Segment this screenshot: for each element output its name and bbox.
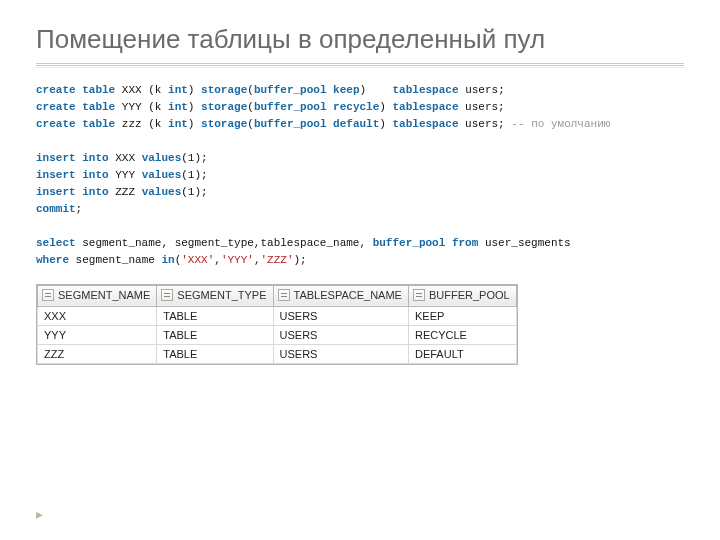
column-header: SEGMENT_TYPE [157,285,273,306]
slide-arrow-icon: ▸ [36,506,43,522]
code-token: (1); [181,152,207,164]
column-header-label: BUFFER_POOL [429,289,510,301]
code-token: select [36,237,76,249]
code-token: ) [188,118,201,130]
code-token: create table [36,101,115,113]
table-cell: YYY [38,325,157,344]
code-token: values [142,152,182,164]
code-token: 'XXX' [181,254,214,266]
table-cell: TABLE [157,306,273,325]
column-header-highlighted: BUFFER_POOL [408,285,516,306]
code-token: segment_name, segment_type,tablespace_na… [76,237,373,249]
sql-code-block: create table XXX (k int) storage(buffer_… [36,82,684,270]
code-token: ( [247,84,254,96]
code-token: ) [188,101,201,113]
column-header-label: SEGMENT_NAME [58,289,150,301]
code-token: values [142,169,182,181]
code-token: insert into [36,152,109,164]
results-table: SEGMENT_NAME SEGMENT_TYPE TABLESPACE_NAM… [36,284,518,365]
code-token: , [214,254,221,266]
code-token: buffer_pool default [254,118,379,130]
code-token: create table [36,84,115,96]
column-type-icon [42,289,54,301]
table-cell: USERS [273,325,408,344]
code-token: 'ZZZ' [261,254,294,266]
code-token: create table [36,118,115,130]
code-token: ) [379,101,392,113]
code-token: YYY [109,169,142,181]
code-token: XXX (k [115,84,168,96]
page-title: Помещение таблицы в определенный пул [36,24,684,55]
table-cell: ZZZ [38,344,157,363]
code-token: ( [247,118,254,130]
code-token: ZZZ [109,186,142,198]
code-token: commit [36,203,76,215]
table-row: YYY TABLE USERS RECYCLE [38,325,517,344]
code-token: XXX [109,152,142,164]
code-token: values [142,186,182,198]
code-token: ) [360,84,393,96]
code-token: buffer_pool keep [254,84,360,96]
code-token: user_segments [478,237,570,249]
table-cell-highlighted: RECYCLE [408,325,516,344]
code-token: buffer_pool from [373,237,479,249]
code-token: int [168,118,188,130]
column-header-label: SEGMENT_TYPE [177,289,266,301]
code-token: tablespace [393,101,459,113]
code-token: ; [76,203,83,215]
code-token: ); [294,254,307,266]
code-token: zzz (k [115,118,168,130]
code-token: tablespace [393,84,459,96]
table-cell: USERS [273,306,408,325]
table-cell-highlighted: DEFAULT [408,344,516,363]
code-token: storage [201,101,247,113]
column-type-icon [161,289,173,301]
code-token: int [168,101,188,113]
code-token: users; [459,101,505,113]
code-token: (1); [181,169,207,181]
code-token: ) [379,118,392,130]
code-token: insert into [36,186,109,198]
column-header: SEGMENT_NAME [38,285,157,306]
code-token: segment_name [69,254,161,266]
code-token: storage [201,118,247,130]
column-type-icon [278,289,290,301]
column-header-label: TABLESPACE_NAME [294,289,402,301]
table-cell: TABLE [157,325,273,344]
table-cell-highlighted: KEEP [408,306,516,325]
code-token: in [161,254,174,266]
table-row: ZZZ TABLE USERS DEFAULT [38,344,517,363]
code-token: YYY (k [115,101,168,113]
column-type-icon [413,289,425,301]
table-cell: TABLE [157,344,273,363]
code-token: users; [459,118,512,130]
code-token: tablespace [393,118,459,130]
code-token: where [36,254,69,266]
code-token: storage [201,84,247,96]
table-cell: XXX [38,306,157,325]
code-comment: -- по умолчанию [511,118,610,130]
code-token: ( [247,101,254,113]
column-header: TABLESPACE_NAME [273,285,408,306]
code-token: int [168,84,188,96]
code-token: (1); [181,186,207,198]
table-cell: USERS [273,344,408,363]
table-header-row: SEGMENT_NAME SEGMENT_TYPE TABLESPACE_NAM… [38,285,517,306]
code-token: ) [188,84,201,96]
title-underline [36,63,684,68]
code-token: , [254,254,261,266]
code-token: 'YYY' [221,254,254,266]
code-token: buffer_pool recycle [254,101,379,113]
table-row: XXX TABLE USERS KEEP [38,306,517,325]
code-token: users; [459,84,505,96]
code-token: insert into [36,169,109,181]
